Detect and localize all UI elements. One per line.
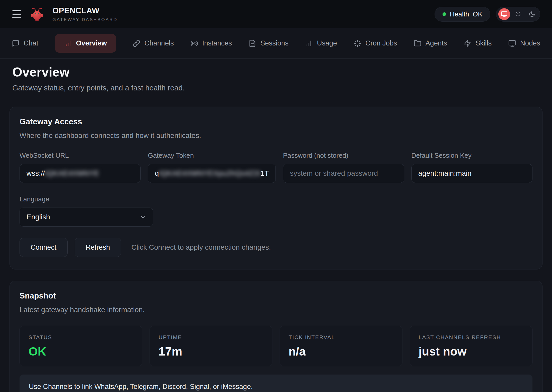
snapshot-title: Snapshot [20,291,532,301]
nav-item-skills[interactable]: Skills [464,39,492,47]
bar-chart-icon [64,40,72,47]
gateway-token-suffix: 1T [261,169,269,178]
chat-icon [12,40,20,47]
language-label: Language [20,195,532,203]
nav-item-usage[interactable]: Usage [305,39,337,47]
chevron-down-icon [140,214,146,220]
monitor-icon [508,40,516,47]
nav-item-label: Usage [317,39,337,47]
main-content: Overview Gateway status, entry points, a… [0,65,552,392]
health-value: OK [473,10,482,18]
gateway-token-field-block: Gateway Token q IQKAE4XMNYEXpu2hQs4Z2t 1… [148,152,276,183]
nav-item-label: Agents [426,39,447,47]
nav-item-label: Overview [76,39,107,47]
stat-card-last-channels-refresh: LAST CHANNELS REFRESH just now [410,326,532,366]
theme-system-button[interactable] [498,8,510,20]
topbar: OPENCLAW GATEWAY DASHBOARD Health OK [0,0,552,28]
health-status-badge: Health OK [435,7,490,22]
link-icon [133,40,140,47]
stat-value: OK [29,344,133,358]
monitor-icon [501,11,508,17]
radio-icon [190,40,198,47]
nav-item-label: Channels [144,39,174,47]
sun-icon [515,11,521,17]
moon-icon [529,11,535,17]
nav-item-chat[interactable]: Chat [12,39,38,47]
health-label: Health [450,10,469,18]
page-title: Overview [12,65,542,80]
stat-label: LAST CHANNELS REFRESH [419,334,523,340]
folder-icon [414,40,421,47]
websocket-url-input[interactable]: wss:// IQKAE4XMNYE [20,164,141,183]
websocket-url-field-block: WebSocket URL wss:// IQKAE4XMNYE [20,152,141,183]
snapshot-card: Snapshot Latest gateway handshake inform… [10,281,542,392]
language-selected-value: English [26,213,50,221]
websocket-url-redacted: IQKAE4XMNYE [45,169,99,178]
stat-value: 17m [159,344,263,358]
menu-button[interactable] [12,9,22,20]
password-label: Password (not stored) [283,152,404,160]
nav-item-overview[interactable]: Overview [55,34,116,53]
language-select[interactable]: English [20,208,153,227]
stat-label: STATUS [29,334,133,340]
gateway-access-subtitle: Where the dashboard connects and how it … [20,132,532,140]
theme-dark-button[interactable] [526,8,538,20]
health-dot-icon [443,12,446,16]
bar-chart-icon [305,40,313,47]
websocket-url-prefix: wss:// [26,169,45,178]
session-key-label: Default Session Key [411,152,532,160]
gateway-access-title: Gateway Access [20,117,532,126]
file-text-icon [249,40,256,47]
connect-button[interactable]: Connect [20,238,68,257]
channels-note: Use Channels to link WhatsApp, Telegram,… [20,375,532,392]
nav-item-label: Nodes [520,39,540,47]
password-input[interactable] [283,164,404,183]
gateway-token-input[interactable]: q IQKAE4XMNYEXpu2hQs4Z2t 1T [148,164,276,183]
nav-item-channels[interactable]: Channels [133,39,174,47]
nav-item-nodes[interactable]: Nodes [508,39,540,47]
nav-item-label: Sessions [260,39,289,47]
stat-value: just now [419,344,523,358]
stat-value: n/a [289,344,393,358]
websocket-url-label: WebSocket URL [20,152,141,160]
main-nav: Chat Overview Channels Instances Session… [0,28,552,59]
nav-item-cron-jobs[interactable]: Cron Jobs [354,39,397,47]
connect-hint: Click Connect to apply connection change… [131,243,271,251]
gateway-token-redacted: IQKAE4XMNYEXpu2hQs4Z2t [159,169,261,178]
openclaw-mascot-logo [29,6,45,22]
zap-icon [464,40,471,47]
stat-label: TICK INTERVAL [289,334,393,340]
stat-card-uptime: UPTIME 17m [150,326,272,366]
snapshot-subtitle: Latest gateway handshake information. [20,306,532,314]
brand-block: OPENCLAW GATEWAY DASHBOARD [52,6,117,22]
nav-item-label: Skills [475,39,492,47]
channels-note-text: Use Channels to link WhatsApp, Telegram,… [29,383,253,390]
refresh-button[interactable]: Refresh [75,238,121,257]
stat-card-status: STATUS OK [20,326,142,366]
theme-light-button[interactable] [512,8,524,20]
stat-card-tick-interval: TICK INTERVAL n/a [280,326,402,366]
session-key-input[interactable] [411,164,532,183]
gateway-access-card: Gateway Access Where the dashboard conne… [10,107,542,269]
loader-icon [354,40,361,47]
brand-subtitle: GATEWAY DASHBOARD [52,17,117,22]
nav-item-label: Cron Jobs [365,39,397,47]
password-field-block: Password (not stored) [283,152,404,183]
stat-label: UPTIME [159,334,263,340]
theme-toggle [496,7,540,22]
gateway-token-label: Gateway Token [148,152,276,160]
nav-item-label: Chat [24,39,38,47]
nav-item-agents[interactable]: Agents [414,39,447,47]
nav-item-label: Instances [202,39,232,47]
brand-name: OPENCLAW [52,6,117,15]
gateway-token-prefix: q [155,169,159,178]
nav-item-sessions[interactable]: Sessions [249,39,289,47]
session-key-field-block: Default Session Key [411,152,532,183]
nav-item-instances[interactable]: Instances [190,39,232,47]
page-subtitle: Gateway status, entry points, and a fast… [12,84,542,92]
language-block: Language English [20,195,532,227]
